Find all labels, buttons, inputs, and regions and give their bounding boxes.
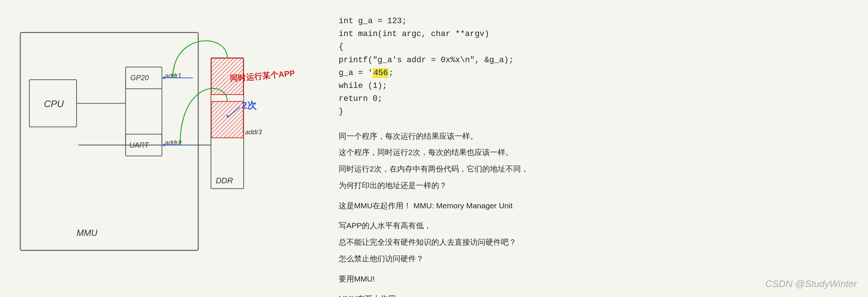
- para5-title: MMU有两大作用：: [339, 292, 846, 297]
- svg-text:MMU: MMU: [77, 228, 98, 237]
- main-container: CPU MMU GP20 addr1 UART addr2 DDR addr3: [0, 0, 868, 297]
- svg-text:addr3: addr3: [245, 128, 262, 135]
- svg-text:DDR: DDR: [216, 176, 233, 185]
- svg-rect-14: [211, 101, 243, 138]
- code-line-2: int main(int argc, char **argv): [339, 28, 846, 40]
- content-area: int g_a = 123; int main(int argc, char *…: [324, 7, 861, 290]
- code-line-7: return 0;: [339, 92, 846, 105]
- svg-marker-25: [162, 76, 165, 79]
- para3-line2: 总不能让完全没有硬件知识的人去直接访问硬件吧？: [339, 236, 846, 249]
- para3-line1: 写APP的人水平有高有低，: [339, 219, 846, 233]
- code-line-4: printf("g_a's addr = 0x%x\n", &g_a);: [339, 54, 846, 67]
- svg-text:2次: 2次: [242, 100, 257, 110]
- text-content: 同一个程序，每次运行的结果应该一样。 这个程序，同时运行2次，每次的结果也应该一…: [339, 130, 846, 297]
- code-line-8: }: [339, 105, 846, 118]
- code-line-5: g_a = '456;: [339, 67, 846, 79]
- para3-line3: 怎么禁止他们访问硬件？: [339, 252, 846, 266]
- code-block: int g_a = 123; int main(int argc, char *…: [339, 15, 846, 119]
- para1-line3: 同时运行2次，在内存中有两份代码，它们的地址不同，: [339, 162, 846, 176]
- mmu-diagram-svg: CPU MMU GP20 addr1 UART addr2 DDR addr3: [7, 11, 309, 287]
- code-line-6: while (1);: [339, 79, 846, 92]
- svg-text:GP20: GP20: [130, 74, 149, 82]
- watermark: CSDN @StudyWinter: [765, 278, 857, 290]
- para1-line2: 这个程序，同时运行2次，每次的结果也应该一样。: [339, 146, 846, 159]
- para1-line4: 为何打印出的地址还是一样的？: [339, 179, 846, 192]
- svg-text:CPU: CPU: [44, 98, 64, 109]
- code-line-1: int g_a = 123;: [339, 15, 846, 28]
- svg-marker-27: [162, 144, 165, 146]
- code-line-3: {: [339, 40, 846, 53]
- para1-line1: 同一个程序，每次运行的结果应该一样。: [339, 130, 846, 143]
- diagram-area: CPU MMU GP20 addr1 UART addr2 DDR addr3: [7, 7, 309, 290]
- para2: 这是MMU在起作用！ MMU: Memory Manager Unit: [339, 199, 846, 213]
